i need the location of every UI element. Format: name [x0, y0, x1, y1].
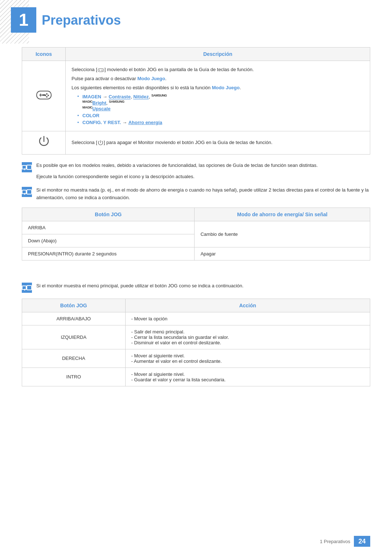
- table2-header-mode: Modo de ahorro de energía/ Sin señal: [195, 208, 370, 221]
- table-row: INTRO - Mover al siguiente nivel. - Guar…: [22, 368, 370, 386]
- svg-rect-7: [42, 94, 46, 96]
- config-label: CONFIG. Y REST.: [82, 120, 121, 125]
- note1-para2: Ejecute la función correspondiente según…: [36, 173, 318, 181]
- arriba-abajo-cell: ARRIBA/ABAJO: [22, 312, 126, 325]
- apagar-cell: Apagar: [195, 247, 370, 260]
- svg-point-6: [46, 96, 48, 98]
- inline-gamepad-icon: [97, 67, 105, 73]
- svg-point-11: [102, 69, 102, 70]
- jog-menu-table: Botón JOG Acción ARRIBA/ABAJO - Mover la…: [22, 299, 370, 386]
- bullet-item-1: IMAGEN → Contraste, Nitidez, SAMSUNGMAGI…: [75, 94, 364, 111]
- table1-header-desc: Descripción: [66, 48, 370, 61]
- table-row: IZQUIERDA - Salir del menú principal. - …: [22, 325, 370, 349]
- derecha-cell: DERECHA: [22, 349, 126, 368]
- arriba-cell: ARRIBA: [22, 221, 195, 234]
- content-area: Iconos Descripción: [0, 0, 392, 415]
- cambio-fuente-cell: Cambio de fuente: [195, 221, 370, 247]
- power-desc-cell: Selecciona [] para apagar el Monitor mov…: [66, 131, 370, 155]
- contraste-link: Contraste: [109, 94, 131, 100]
- note-text-3: Si el monitor muestra el menú principal,…: [36, 282, 244, 290]
- arrow-2: →: [122, 120, 127, 125]
- table1-header-icons: Iconos: [22, 48, 66, 61]
- svg-point-13: [101, 70, 102, 71]
- color-label: COLOR: [82, 113, 99, 118]
- page-number-box: 24: [354, 536, 370, 547]
- presionar-cell: PRESIONAR(INTRO) durante 2 segundos: [22, 247, 195, 260]
- derecha-action-cell: - Mover al siguiente nivel. - Aumentar e…: [125, 349, 370, 368]
- izquierda-cell: IZQUIERDA: [22, 325, 126, 349]
- arrow-1: →: [103, 94, 107, 100]
- table3-header-button: Botón JOG: [22, 299, 126, 312]
- chapter-box: 1: [11, 7, 36, 33]
- page-wrapper: 1 Preparativos Iconos Descripción: [0, 0, 392, 554]
- page-footer: 1 Preparativos 24: [320, 536, 370, 547]
- page-number: 24: [358, 538, 366, 545]
- note-block-3: Si el monitor muestra el menú principal,…: [22, 282, 370, 293]
- note1-para1: Es posible que en los modelos reales, de…: [36, 162, 318, 169]
- chapter-number: 1: [19, 11, 29, 29]
- jog-energy-table: Botón JOG Modo de ahorro de energía/ Sin…: [22, 208, 370, 260]
- note-text-1: Es posible que en los modelos reales, de…: [36, 162, 318, 181]
- note-icon-inner-2: [22, 190, 26, 194]
- bullet-item-2: COLOR: [75, 113, 364, 118]
- svg-point-12: [102, 70, 103, 71]
- power-desc: Selecciona [] para apagar el Monitor mov…: [72, 139, 364, 147]
- gamepad-icon-cell: [22, 61, 66, 131]
- power-icon: [37, 135, 50, 148]
- imagen-label: IMAGEN: [82, 94, 101, 100]
- svg-rect-8: [98, 69, 104, 72]
- note-icon-3: [22, 283, 32, 293]
- table-row: ARRIBA/ABAJO - Mover la opción: [22, 312, 370, 325]
- note-block-2: Si el monitor no muestra nada (p. ej., e…: [22, 186, 370, 202]
- izquierda-action-cell: - Salir del menú principal. - Cerrar la …: [125, 325, 370, 349]
- desc-line2: Pulse para activar o desactivar Modo Jue…: [72, 75, 364, 83]
- desc-line3: Los siguientes elementos no están dispon…: [72, 84, 364, 92]
- down-abajo-cell: Down (Abajo): [22, 234, 195, 247]
- inline-power-icon: [97, 140, 104, 146]
- note3-para1: Si el monitor muestra el menú principal,…: [36, 282, 244, 290]
- upscale-link: Upscale: [93, 106, 111, 111]
- note-block-1: Es posible que en los modelos reales, de…: [22, 162, 370, 181]
- modo-juego-2: Modo Juego: [212, 85, 240, 90]
- ahorro-link: Ahorro energía: [128, 120, 162, 125]
- bright-link: Bright: [93, 100, 106, 106]
- svg-point-4: [48, 95, 49, 96]
- svg-point-3: [46, 93, 48, 95]
- modo-juego-1: Modo Juego: [137, 76, 165, 81]
- table-row: ARRIBA Cambio de fuente: [22, 221, 370, 234]
- icons-table: Iconos Descripción: [22, 47, 370, 155]
- bullet-item-3: CONFIG. Y REST. → Ahorro energía: [75, 120, 364, 125]
- svg-point-14: [102, 70, 102, 71]
- table-row: Selecciona [] moviendo el botón JOG en l…: [22, 61, 370, 131]
- table2-header-button: Botón JOG: [22, 208, 195, 221]
- note-icon-inner-3: [22, 286, 26, 290]
- power-icon-cell: [22, 131, 66, 155]
- intro-cell: INTRO: [22, 368, 126, 386]
- note-text-2: Si el monitor no muestra nada (p. ej., e…: [36, 186, 370, 202]
- note2-para1: Si el monitor no muestra nada (p. ej., e…: [36, 186, 370, 202]
- note-icon-1: [22, 162, 32, 172]
- note-icon-2: [22, 187, 32, 197]
- intro-action-cell: - Mover al siguiente nivel. - Guardar el…: [125, 368, 370, 386]
- chapter-title: Preparativos: [42, 13, 121, 28]
- gamepad-icon: [35, 87, 53, 102]
- gamepad-desc-cell: Selecciona [] moviendo el botón JOG en l…: [66, 61, 370, 131]
- table-row: Selecciona [] para apagar el Monitor mov…: [22, 131, 370, 155]
- mover-opcion-cell: - Mover la opción: [125, 312, 370, 325]
- desc-line1: Selecciona [] moviendo el botón JOG en l…: [72, 66, 364, 74]
- table3-header-action: Acción: [125, 299, 370, 312]
- table-row: DERECHA - Mover al siguiente nivel. - Au…: [22, 349, 370, 368]
- bullet-list: IMAGEN → Contraste, Nitidez, SAMSUNGMAGI…: [72, 94, 364, 125]
- footer-chapter-text: 1 Preparativos: [320, 539, 350, 544]
- table-row: PRESIONAR(INTRO) durante 2 segundos Apag…: [22, 247, 370, 260]
- note-icon-inner-1: [22, 165, 26, 169]
- nitidez-link: Nitidez: [133, 94, 149, 100]
